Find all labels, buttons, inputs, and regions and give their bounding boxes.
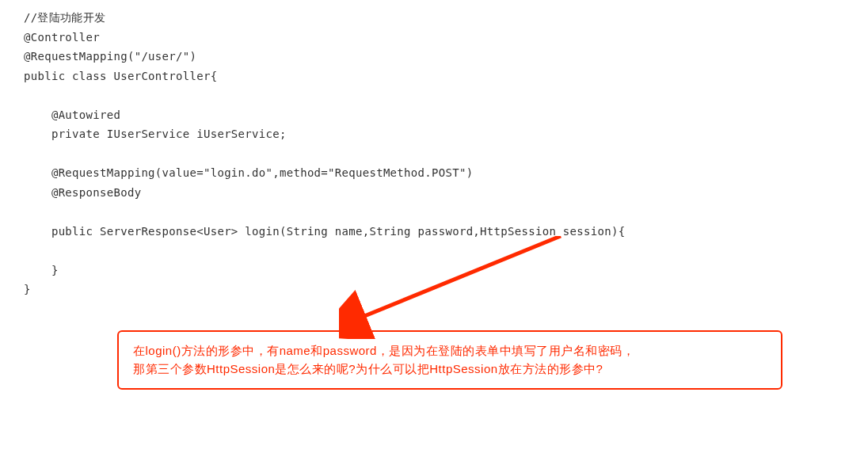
code-line: @Autowired [24, 109, 120, 121]
callout-line: 那第三个参数HttpSession是怎么来的呢?为什么可以把HttpSessio… [133, 360, 767, 378]
code-line: } [24, 283, 31, 295]
code-line: public ServerResponse<User> login(String… [24, 225, 625, 238]
code-line: public class UserController{ [24, 70, 217, 82]
callout-line: 在login()方法的形参中，有name和password，是因为在登陆的表单中… [133, 341, 767, 360]
code-line: private IUserService iUserService; [24, 128, 287, 140]
callout-annotation: 在login()方法的形参中，有name和password，是因为在登陆的表单中… [117, 330, 782, 390]
code-line: @ResponseBody [24, 186, 141, 199]
code-line: @Controller [24, 31, 100, 44]
code-line: @RequestMapping(value="login.do",method=… [24, 166, 473, 179]
code-line: } [24, 264, 59, 276]
code-line: @RequestMapping("/user/") [24, 50, 196, 63]
code-line: //登陆功能开发 [24, 11, 105, 24]
code-block: //登陆功能开发 @Controller @RequestMapping("/u… [0, 0, 868, 307]
